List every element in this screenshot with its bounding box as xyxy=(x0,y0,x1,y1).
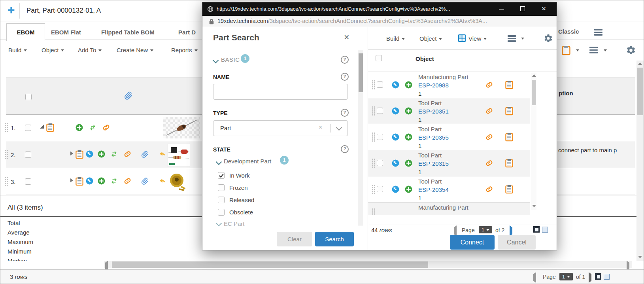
maximize-icon[interactable] xyxy=(520,6,525,11)
clipboard-icon[interactable] xyxy=(505,185,513,194)
close-search-icon[interactable]: × xyxy=(344,32,349,43)
popup-titlebar[interactable]: https://19xdev.technia.com/3dspace/tvc-a… xyxy=(202,2,557,16)
menu-add-to[interactable]: Add To xyxy=(78,47,102,53)
globe-promote-icon[interactable] xyxy=(392,186,399,193)
clear-button[interactable]: Clear xyxy=(277,232,312,246)
result-row[interactable]: Tool Part ESP-20354 1 xyxy=(368,176,530,203)
add-circle-icon[interactable] xyxy=(98,177,105,185)
globe-promote-icon[interactable] xyxy=(392,133,399,141)
drag-handle-icon[interactable] xyxy=(4,123,8,133)
help-icon[interactable]: ? xyxy=(341,56,349,64)
state-label-frozen[interactable]: Frozen xyxy=(229,184,248,191)
search-scroll-thumb[interactable] xyxy=(359,53,363,92)
drag-handle-icon[interactable] xyxy=(372,158,376,168)
connect-button[interactable]: Connect xyxy=(450,235,495,250)
type-select[interactable]: Part × xyxy=(213,120,348,136)
close-window-icon[interactable]: × xyxy=(542,4,546,13)
section-collapse-icon[interactable] xyxy=(213,57,219,64)
clipboard-icon[interactable] xyxy=(505,80,513,89)
add-circle-icon[interactable] xyxy=(405,133,412,141)
row-checkbox[interactable] xyxy=(377,186,383,192)
clear-type-icon[interactable]: × xyxy=(319,124,322,131)
replace-icon[interactable] xyxy=(110,177,118,185)
help-icon[interactable]: ? xyxy=(341,145,349,153)
scroll-up-icon[interactable] xyxy=(532,74,536,77)
clipboard-icon[interactable] xyxy=(76,150,83,159)
paperclip-icon[interactable] xyxy=(141,177,149,185)
main-vscrollbar[interactable] xyxy=(636,61,644,261)
results-page-select[interactable]: 1 xyxy=(479,226,492,233)
expand-icon[interactable] xyxy=(70,178,73,182)
result-row[interactable]: Tool Part ESP-20351 1 xyxy=(368,98,530,124)
results-select-all-checkbox[interactable] xyxy=(376,55,382,61)
vscroll-thumb[interactable] xyxy=(637,68,643,115)
search-form-scrollbar[interactable] xyxy=(358,50,363,226)
collapse-icon[interactable] xyxy=(40,125,44,129)
menu-icon[interactable] xyxy=(589,47,598,53)
scroll-up-icon[interactable] xyxy=(638,62,642,65)
drag-handle-icon[interactable] xyxy=(372,184,376,194)
tab-ebom[interactable]: EBOM xyxy=(6,23,45,41)
connect-icon[interactable] xyxy=(485,186,493,193)
state-group-collapse-icon[interactable] xyxy=(216,159,222,165)
caret-icon[interactable] xyxy=(521,38,524,40)
caret-icon[interactable] xyxy=(604,49,607,51)
row-checkbox[interactable] xyxy=(25,151,31,158)
row-checkbox[interactable] xyxy=(377,108,383,114)
state-checkbox-released[interactable] xyxy=(218,197,225,203)
result-row[interactable]: Tool Part ESP-20315 1 xyxy=(368,150,530,176)
part-name-link[interactable]: ESP-20315 xyxy=(418,159,449,168)
page-select[interactable]: 1 xyxy=(559,273,573,280)
add-circle-icon[interactable] xyxy=(98,150,105,158)
clipboard-icon[interactable] xyxy=(505,106,513,115)
state-label-released[interactable]: Released xyxy=(229,197,254,203)
section-basic-label[interactable]: BASIC xyxy=(221,56,240,63)
replace-icon[interactable] xyxy=(110,150,118,158)
view-grid-icon[interactable] xyxy=(458,34,466,42)
result-row[interactable]: Manufacturing Part ESP-20988 1 xyxy=(368,72,530,98)
paperclip-icon[interactable] xyxy=(141,150,149,158)
add-circle-icon[interactable] xyxy=(405,107,412,115)
clipboard-icon[interactable] xyxy=(76,177,83,186)
connect-icon[interactable] xyxy=(485,81,493,89)
tab-flipped-table-bom[interactable]: Flipped Table BOM xyxy=(101,29,155,36)
restore-table-icon[interactable] xyxy=(604,274,610,280)
connect-icon[interactable] xyxy=(124,150,131,158)
replace-icon[interactable] xyxy=(89,124,96,131)
connect-icon[interactable] xyxy=(485,133,493,141)
menu-object[interactable]: Object xyxy=(42,47,64,53)
tab-part-d[interactable]: Part D xyxy=(178,29,202,36)
globe-promote-icon[interactable] xyxy=(392,107,399,115)
help-icon[interactable]: ? xyxy=(341,109,349,117)
add-icon[interactable] xyxy=(7,6,15,14)
tab-ebom-flat[interactable]: EBOM Flat xyxy=(51,29,81,36)
globe-promote-icon[interactable] xyxy=(86,177,93,185)
undo-icon[interactable] xyxy=(159,177,166,185)
results-menu-object[interactable]: Object xyxy=(419,35,442,42)
menu-reports[interactable]: Reports xyxy=(171,47,198,53)
minimize-icon[interactable] xyxy=(499,9,504,9)
clipboard-icon[interactable] xyxy=(505,159,513,168)
results-page-next-icon[interactable] xyxy=(510,227,512,235)
scroll-down-icon[interactable] xyxy=(638,256,642,258)
row-checkbox[interactable] xyxy=(377,81,383,88)
row-checkbox[interactable] xyxy=(25,125,31,131)
result-row[interactable]: Manufacturing Part xyxy=(368,203,530,215)
part-name-link[interactable]: ESP-20988 xyxy=(418,81,468,89)
add-circle-icon[interactable] xyxy=(405,186,412,193)
scroll-down-icon[interactable] xyxy=(532,205,536,207)
results-menu-icon[interactable] xyxy=(508,35,516,42)
cancel-button[interactable]: Cancel xyxy=(498,235,536,250)
maximize-table-icon[interactable] xyxy=(595,273,601,280)
clipboard-icon[interactable] xyxy=(46,123,54,132)
results-vscroll-thumb[interactable] xyxy=(532,80,536,105)
row-checkbox[interactable] xyxy=(377,160,383,166)
drag-handle-icon[interactable] xyxy=(4,176,8,187)
scroll-right-icon[interactable] xyxy=(627,263,629,270)
globe-promote-icon[interactable] xyxy=(392,159,399,167)
add-circle-icon[interactable] xyxy=(405,159,412,167)
state-checkbox-in-work[interactable] xyxy=(218,172,225,179)
part-name-link[interactable]: ESP-20351 xyxy=(418,107,449,115)
results-page-prev-icon[interactable] xyxy=(454,227,457,235)
scroll-left-icon[interactable] xyxy=(105,263,108,270)
